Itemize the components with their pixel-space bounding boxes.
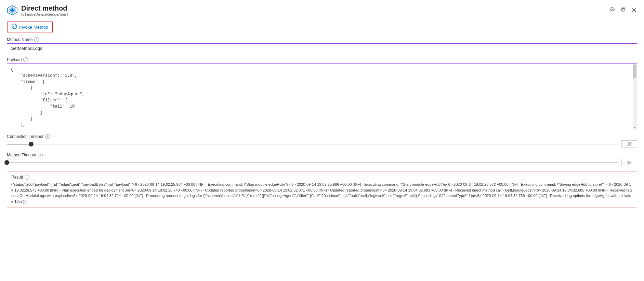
method-name-input[interactable] [7,43,637,53]
result-text: {"status":200,"payload":[{"id":"edgeAgen… [11,182,633,204]
method-timeout-value: 10 [621,159,637,166]
invoke-method-label: Invoke Method [19,25,48,30]
method-timeout-thumb[interactable] [4,160,9,165]
connection-timeout-thumb[interactable] [29,142,34,146]
method-timeout-label: Method Timeout i [7,153,637,157]
header-left: Direct method IoTEdgeDevice/$edgeAgent [7,4,68,16]
svg-rect-14 [622,10,624,11]
connection-timeout-section: Connection Timeout i 10 [7,134,637,148]
connection-timeout-value: 10 [621,140,637,148]
connection-timeout-info-icon[interactable]: i [45,134,50,139]
azure-logo-icon [7,5,18,16]
method-timeout-info-icon[interactable]: i [38,153,43,157]
svg-point-4 [11,9,13,11]
panel-title: Direct method [21,4,68,12]
direct-method-panel: Direct method IoTEdgeDevice/$edgeAgent [0,0,644,281]
svg-rect-13 [622,7,624,9]
method-name-label: Method Name i [7,37,637,42]
payload-info-icon[interactable]: i [23,57,28,62]
result-info-icon[interactable]: i [25,175,29,180]
invoke-method-button[interactable]: Invoke Method [7,22,53,32]
svg-point-15 [622,9,622,10]
header-icons: ✕ [609,6,637,14]
payload-section: Payload i { "schemaVersion": "1.0", "ite… [7,57,637,130]
connection-timeout-filled [7,144,31,144]
payload-wrapper: { "schemaVersion": "1.0", "items": [ { "… [7,64,637,130]
method-timeout-slider-container [7,159,618,166]
connection-timeout-label: Connection Timeout i [7,134,637,139]
close-icon[interactable]: ✕ [631,6,637,14]
result-section: Result i {"status":200,"payload":[{"id":… [7,171,637,208]
result-label: Result i [11,175,633,180]
method-timeout-track [7,162,618,163]
payload-textarea[interactable]: { "schemaVersion": "1.0", "items": [ { "… [7,64,637,129]
print-icon[interactable] [620,7,626,14]
method-timeout-section: Method Timeout i 10 [7,153,637,166]
panel-subtitle: IoTEdgeDevice/$edgeAgent [21,12,68,16]
pin-icon[interactable] [609,7,615,14]
scrollbar-thumb[interactable] [633,65,636,78]
method-name-info-icon[interactable]: i [34,37,39,42]
invoke-icon [12,24,17,30]
connection-timeout-track [7,144,618,144]
method-timeout-row: 10 [7,159,637,166]
connection-timeout-row: 10 [7,140,637,148]
panel-content: Invoke Method Method Name i Payload i { … [0,18,644,215]
title-block: Direct method IoTEdgeDevice/$edgeAgent [21,4,68,16]
svg-point-16 [12,24,17,29]
payload-scrollbar[interactable]: ▲ ▼ [633,64,637,130]
connection-timeout-slider-container [7,141,618,147]
scrollbar-down-arrow[interactable]: ▼ [633,125,637,130]
svg-line-11 [612,9,613,10]
method-name-section: Method Name i [7,37,637,53]
panel-header: Direct method IoTEdgeDevice/$edgeAgent [0,0,644,18]
payload-label: Payload i [7,57,637,62]
